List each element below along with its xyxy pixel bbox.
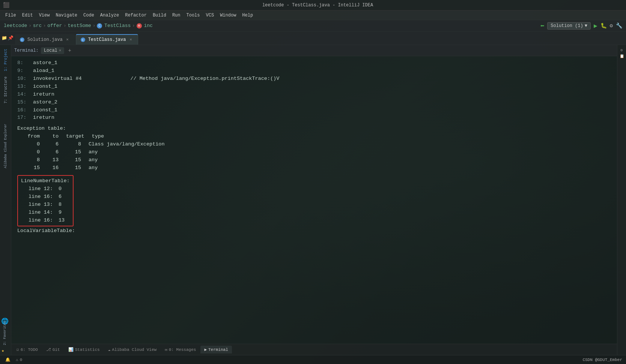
bottom-tab-todo[interactable]: ☑ 6: TODO (13, 346, 42, 354)
lnt-row-0: line 12: 0 (29, 185, 70, 193)
left-sidebar: 1: Project 7: Structure Alibaba Cloud Ex… (0, 45, 11, 355)
breadcrumb-testclass[interactable]: TestClass (104, 23, 131, 28)
code-line-13: 13: iconst_1 (17, 83, 611, 91)
exception-row-3: 15 16 15 any (25, 164, 611, 172)
bottom-tab-terminal[interactable]: ▶ Terminal (200, 346, 232, 354)
breadcrumb-testsome[interactable]: testSome (68, 23, 91, 28)
exc-row1-to: 6 (47, 148, 66, 156)
terminal-add-button[interactable]: + (66, 48, 72, 54)
line-num-14: 14: (17, 91, 29, 99)
breadcrumb-offer[interactable]: offer (47, 23, 62, 28)
lvt-label: LocalVariableTable: (17, 227, 75, 235)
stats-icon: 📊 (68, 347, 74, 352)
terminal-content[interactable]: 8: astore_1 9: aload_1 10: invokevirtual… (11, 56, 617, 344)
exception-table-body: from to target type 0 6 8 Class java/lan… (17, 133, 611, 172)
sidebar-project[interactable]: 1: Project (1, 46, 11, 73)
local-tab-close[interactable]: × (59, 48, 62, 53)
tab-testclass-close[interactable]: × (128, 37, 133, 42)
menu-code[interactable]: Code (81, 12, 96, 19)
menu-edit[interactable]: Edit (20, 12, 35, 19)
exc-row0-from: 0 (25, 141, 47, 148)
line-content-14: ireturn (30, 91, 54, 99)
menu-view[interactable]: View (37, 12, 52, 19)
menu-file[interactable]: File (3, 12, 18, 19)
menu-run[interactable]: Run (170, 12, 183, 19)
exception-row-2: 8 13 15 any (25, 156, 611, 164)
breadcrumb-src[interactable]: src (33, 23, 42, 28)
line-content-9: aload_1 (30, 67, 54, 75)
menu-bar: File Edit View Navigate Code Analyze Ref… (0, 10, 626, 20)
terminal-label: Terminal: (14, 48, 39, 53)
lnt-body: line 12: 0 line 16: 6 line 13: 8 line (21, 185, 70, 225)
menu-analyze[interactable]: Analyze (98, 12, 121, 19)
right-sidebar-icon-1[interactable]: ⚙ (620, 48, 623, 52)
bottom-tab-alibaba[interactable]: ☁ Alibaba Cloud View (104, 346, 160, 354)
line-num-10: 10: (17, 75, 29, 83)
todo-icon: ☑ (17, 347, 19, 352)
breadcrumb-leetcode[interactable]: leetcode (4, 23, 27, 28)
breadcrumb-sep-1: › (43, 23, 46, 28)
menu-tools[interactable]: Tools (184, 12, 202, 19)
bottom-tab-stats-label: Statistics (75, 348, 100, 352)
exc-row0-to: 6 (47, 141, 66, 148)
sidebar-alibaba[interactable]: Alibaba Cloud Explorer (1, 121, 11, 171)
breadcrumb-sep-0: › (29, 23, 31, 28)
title-bar: ⬛ leetcode - TestClass.java - IntelliJ I… (0, 0, 626, 10)
status-problems[interactable]: ⚠ 0 (14, 357, 24, 362)
sidebar-structure[interactable]: 7: Structure (1, 74, 11, 106)
problems-icon: ⚠ (16, 357, 18, 362)
solution-tab-icon: C (20, 37, 24, 42)
coverage-icon[interactable]: ⚙ (610, 22, 613, 29)
bottom-tab-git[interactable]: ⎇ Git (42, 346, 64, 354)
run-button[interactable]: ▶ (594, 22, 597, 30)
bottom-tab-messages[interactable]: ✉ 0: Messages (161, 346, 200, 354)
project-icon[interactable]: 📁 (2, 35, 7, 41)
col-header-type: type (92, 133, 167, 141)
spacer-2 (17, 172, 611, 174)
profile-icon[interactable]: 🔧 (616, 22, 622, 29)
breadcrumb-inc[interactable]: inc (144, 23, 153, 28)
favorites-star-icon[interactable]: ★ (2, 348, 4, 354)
exc-row3-target: 15 (66, 164, 89, 172)
bottom-tab-statistics[interactable]: 📊 Statistics (65, 346, 104, 354)
code-line-8: 8: astore_1 (17, 59, 611, 67)
bottom-tab-todo-label: 6: TODO (21, 348, 38, 352)
tab-bar: 📁 📌 C Solution.java × C TestClass.java × (0, 31, 626, 45)
tab-testclass-java[interactable]: C TestClass.java × (76, 34, 138, 45)
menu-build[interactable]: Build (150, 12, 169, 19)
lnt-row3-val: 9 (59, 209, 62, 217)
bottom-tab-messages-label: 0: Messages (169, 348, 196, 352)
spacer-1 (17, 122, 611, 125)
terminal-local-tab[interactable]: Local × (41, 47, 65, 54)
lnt-row3-label: line 14: (29, 209, 59, 217)
right-sidebar: ⚙ 📋 (617, 45, 626, 355)
tab-tools: 📁 📌 (0, 31, 15, 45)
bottom-tab-alibaba-label: Alibaba Cloud View (112, 348, 156, 352)
debug-icon[interactable]: 🐛 (600, 22, 607, 29)
exc-row3-to: 16 (47, 164, 66, 172)
lnt-row4-label: line 16: (29, 217, 59, 225)
col-header-to: to (47, 133, 66, 141)
cloud-icon: ☁ (108, 347, 111, 352)
menu-window[interactable]: Window (218, 12, 238, 19)
right-sidebar-icon-2[interactable]: 📋 (620, 54, 624, 58)
back-navigation-icon[interactable]: ⬅ (540, 22, 544, 30)
menu-vcs[interactable]: VCS (204, 12, 217, 19)
run-controls: ⬅ Solution (1) ▼ ▶ 🐛 ⚙ 🔧 (540, 22, 622, 30)
menu-help[interactable]: Help (240, 12, 255, 19)
solution-label: Solution (1) (551, 23, 583, 28)
bottom-tabs: ☑ 6: TODO ⎇ Git 📊 Statistics ☁ Alibaba C… (11, 344, 617, 355)
exc-row0-type: Class java/lang/Exception (89, 141, 165, 148)
problems-label: 0 (20, 358, 23, 362)
col-header-target: target (66, 133, 92, 141)
lnt-label: LineNumberTable: (21, 177, 70, 185)
solution-dropdown[interactable]: Solution (1) ▼ (547, 22, 591, 30)
tab-solution-java[interactable]: C Solution.java × (15, 34, 75, 45)
menu-navigate[interactable]: Navigate (53, 12, 80, 19)
sidebar-favorites[interactable]: 2: Favorites (0, 319, 10, 348)
pin-icon[interactable]: 📌 (8, 35, 14, 41)
status-event-log[interactable]: 🔔 (4, 357, 12, 362)
tab-solution-close[interactable]: × (65, 37, 70, 42)
lnt-row1-val: 6 (59, 193, 62, 201)
menu-refactor[interactable]: Refactor (123, 12, 149, 19)
